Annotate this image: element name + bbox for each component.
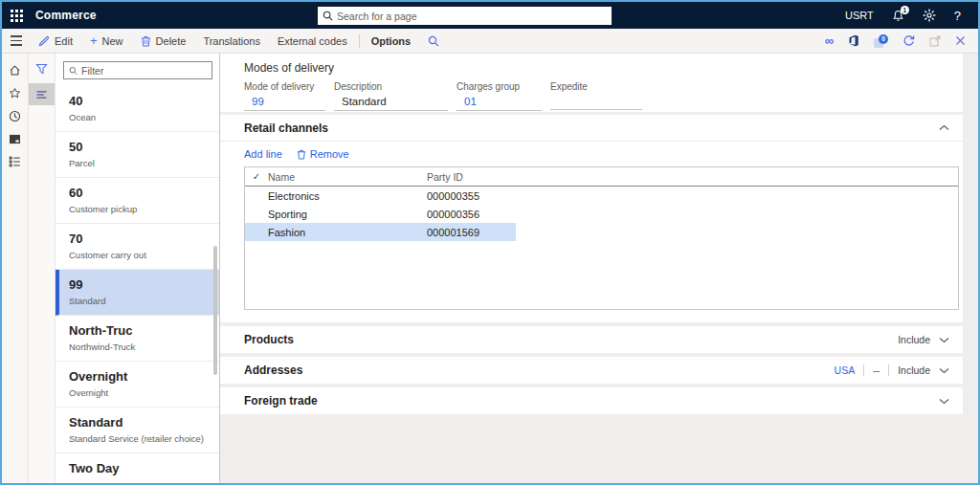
options-label: Options — [371, 35, 412, 47]
external-codes-button[interactable]: External codes — [269, 29, 356, 53]
action-bar: Edit + New Delete Translations External … — [2, 29, 978, 54]
clock-icon — [9, 110, 21, 122]
page-search-box[interactable] — [318, 7, 612, 25]
recent-nav-button[interactable] — [8, 108, 23, 123]
table-row[interactable]: Sporting 000000356 — [245, 205, 958, 223]
foreign-trade-section-header[interactable]: Foreign trade — [220, 387, 963, 414]
settings-button[interactable] — [923, 9, 936, 22]
checkmark-icon[interactable]: ✓ — [245, 171, 268, 182]
mode-of-delivery-value[interactable]: 99 — [244, 95, 325, 111]
trash-icon — [141, 35, 151, 47]
open-in-new-window-button[interactable] — [929, 35, 941, 47]
gear-icon — [923, 9, 936, 22]
close-icon — [955, 35, 966, 46]
translations-button[interactable]: Translations — [194, 29, 269, 53]
new-button[interactable]: + New — [81, 29, 132, 53]
power-apps-icon[interactable]: 0 — [874, 34, 888, 48]
field-description: Description Standard — [334, 81, 448, 111]
cell-party-id: 000000355 — [427, 190, 516, 202]
link-icon[interactable]: ∞ — [825, 34, 834, 47]
office-icon[interactable] — [848, 34, 859, 47]
list-item-description: Parcel — [69, 158, 219, 168]
notifications-button[interactable]: 1 — [892, 10, 904, 22]
app-launcher-icon[interactable] — [11, 10, 23, 22]
new-window-icon — [929, 35, 941, 47]
list-item-name: 40 — [69, 94, 219, 108]
retail-channels-grid: ✓ Name Party ID Electronics 000000355 Sp… — [244, 166, 959, 310]
refresh-icon — [902, 34, 915, 47]
page-header-card: Modes of delivery Mode of delivery 99 De… — [220, 54, 963, 112]
search-icon — [428, 35, 439, 47]
cell-name: Fashion — [268, 227, 427, 238]
options-menu-button[interactable]: Options — [363, 29, 420, 53]
content-area: 40 Ocean 50 Parcel 60 Customer pickup 70… — [2, 54, 978, 483]
list-item-name: 99 — [69, 277, 219, 292]
field-label: Expedite — [550, 81, 642, 92]
list-filter-input[interactable] — [81, 65, 207, 77]
field-label: Mode of delivery — [244, 81, 325, 92]
list-item[interactable]: 50 Parcel — [56, 132, 219, 178]
section-title: Products — [244, 333, 898, 346]
help-button[interactable]: ? — [954, 9, 961, 23]
cell-name: Sporting — [268, 209, 427, 220]
addresses-section-header[interactable]: Addresses USA -- Include — [220, 357, 963, 384]
list-item-description: Overnight — [69, 387, 219, 398]
notification-badge: 1 — [901, 6, 909, 14]
list-item[interactable]: Two Day — [56, 453, 219, 483]
list-item[interactable]: 70 Customer carry out — [56, 224, 219, 270]
nav-menu-toggle-icon[interactable] — [2, 35, 30, 45]
list-item[interactable]: Overnight Overnight — [56, 362, 219, 408]
actionbar-right-icons: ∞ 0 — [825, 34, 978, 48]
edit-button[interactable]: Edit — [30, 29, 81, 53]
refresh-button[interactable] — [902, 34, 915, 47]
power-apps-badge: 0 — [879, 34, 888, 44]
remove-button[interactable]: Remove — [297, 148, 349, 160]
retail-channels-header[interactable]: Retail channels — [220, 115, 963, 142]
description-value[interactable]: Standard — [334, 95, 448, 111]
external-codes-label: External codes — [278, 35, 347, 47]
list-item[interactable]: 60 Customer pickup — [56, 178, 219, 224]
list-item[interactable]: 40 Ocean — [56, 86, 219, 132]
page-search-input[interactable] — [337, 11, 607, 22]
remove-label: Remove — [310, 148, 349, 160]
user-account-button[interactable]: USRT — [845, 10, 874, 21]
products-section-header[interactable]: Products Include — [220, 326, 963, 353]
cell-name: Electronics — [268, 190, 427, 202]
top-navbar: Commerce USRT 1 ? — [2, 2, 978, 29]
funnel-icon — [35, 63, 48, 75]
list-view-button[interactable] — [29, 83, 55, 105]
home-nav-button[interactable] — [8, 62, 23, 77]
page-title: Modes of delivery — [244, 61, 963, 75]
filter-pane-button[interactable] — [34, 61, 50, 77]
actionbar-search-button[interactable] — [419, 29, 448, 53]
list-item-name: Overnight — [69, 369, 219, 384]
column-header-name[interactable]: Name — [268, 171, 427, 183]
modules-nav-button[interactable] — [8, 154, 23, 169]
record-list-panel: 40 Ocean 50 Parcel 60 Customer pickup 70… — [56, 54, 220, 483]
charges-group-value[interactable]: 01 — [457, 95, 542, 111]
expedite-value[interactable] — [550, 95, 642, 110]
favorites-nav-button[interactable] — [8, 85, 23, 100]
field-label: Description — [334, 81, 448, 92]
table-row[interactable]: Electronics 000000355 — [245, 187, 958, 205]
left-nav-rail — [2, 54, 29, 483]
plus-icon: + — [90, 34, 98, 47]
list-item-selected[interactable]: 99 Standard — [56, 270, 219, 316]
toolbar-divider — [359, 34, 360, 48]
column-header-party-id[interactable]: Party ID — [427, 171, 516, 183]
range-value: -- — [873, 364, 880, 376]
delete-label: Delete — [156, 35, 187, 47]
list-item[interactable]: North-Truc Northwind-Truck — [56, 316, 219, 362]
list-scrollbar[interactable] — [213, 246, 217, 375]
country-link[interactable]: USA — [835, 364, 856, 376]
table-row-selected[interactable]: Fashion 000001569 — [245, 223, 516, 241]
filter-rail — [29, 54, 56, 483]
workspaces-nav-button[interactable] — [8, 131, 23, 146]
close-button[interactable] — [955, 35, 966, 46]
list-filter-box[interactable] — [63, 61, 212, 79]
list-item[interactable]: Standard Standard Service (retailer choi… — [56, 408, 219, 453]
delete-button[interactable]: Delete — [132, 29, 195, 53]
search-icon — [323, 11, 333, 21]
list-item-name: 70 — [69, 231, 219, 246]
add-line-button[interactable]: Add line — [244, 148, 282, 160]
